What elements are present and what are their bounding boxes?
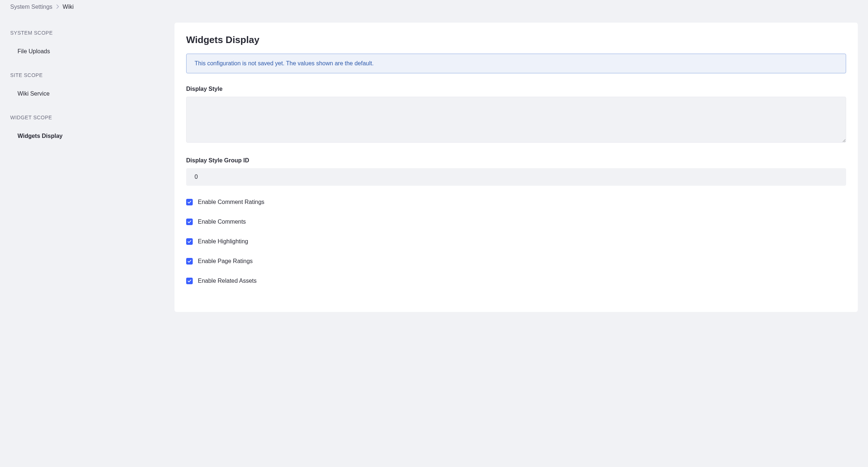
scope-heading: WIDGET SCOPE <box>10 115 164 120</box>
checkbox-row-enable-highlighting: Enable Highlighting <box>186 238 846 245</box>
breadcrumb-parent-link[interactable]: System Settings <box>10 4 53 10</box>
info-banner: This configuration is not saved yet. The… <box>186 54 846 73</box>
checkbox-label[interactable]: Enable Related Assets <box>198 278 257 284</box>
checkbox-enable-related-assets[interactable] <box>186 278 193 284</box>
checkbox-input[interactable] <box>186 199 193 205</box>
display-style-group-id-label: Display Style Group ID <box>186 157 846 164</box>
checkbox-enable-page-ratings[interactable] <box>186 258 193 265</box>
checkbox-row-enable-comments: Enable Comments <box>186 219 846 225</box>
checkbox-enable-comment-ratings[interactable] <box>186 199 193 205</box>
checkbox-label[interactable]: Enable Page Ratings <box>198 258 253 265</box>
checkbox-label[interactable]: Enable Comments <box>198 219 246 225</box>
sidebar-item-file-uploads[interactable]: File Uploads <box>10 44 164 59</box>
checkbox-enable-comments[interactable] <box>186 219 193 225</box>
checkbox-input[interactable] <box>186 258 193 265</box>
field-display-style-group-id: Display Style Group ID <box>186 157 846 186</box>
checkbox-row-enable-related-assets: Enable Related Assets <box>186 278 846 284</box>
scope-group-widget: WIDGET SCOPE Widgets Display <box>10 115 164 144</box>
checkbox-row-enable-page-ratings: Enable Page Ratings <box>186 258 846 265</box>
display-style-label: Display Style <box>186 86 846 92</box>
breadcrumb: System Settings Wiki <box>0 0 868 14</box>
breadcrumb-current: Wiki <box>63 4 74 10</box>
display-style-group-id-input[interactable] <box>186 168 846 186</box>
scope-heading: SITE SCOPE <box>10 72 164 78</box>
sidebar-item-widgets-display[interactable]: Widgets Display <box>10 128 164 144</box>
checkbox-input[interactable] <box>186 278 193 284</box>
checkbox-row-enable-comment-ratings: Enable Comment Ratings <box>186 199 846 205</box>
display-style-input[interactable] <box>186 97 846 143</box>
checkbox-input[interactable] <box>186 219 193 225</box>
chevron-right-icon <box>56 4 59 10</box>
scope-group-system: SYSTEM SCOPE File Uploads <box>10 30 164 59</box>
scope-group-site: SITE SCOPE Wiki Service <box>10 72 164 101</box>
page-title: Widgets Display <box>186 34 846 46</box>
scope-heading: SYSTEM SCOPE <box>10 30 164 36</box>
main-panel: Widgets Display This configuration is no… <box>174 23 858 312</box>
sidebar-item-wiki-service[interactable]: Wiki Service <box>10 86 164 101</box>
field-display-style: Display Style <box>186 86 846 144</box>
checkbox-enable-highlighting[interactable] <box>186 238 193 245</box>
checkbox-label[interactable]: Enable Highlighting <box>198 238 248 245</box>
sidebar: SYSTEM SCOPE File Uploads SITE SCOPE Wik… <box>0 14 174 312</box>
checkbox-input[interactable] <box>186 238 193 245</box>
checkbox-label[interactable]: Enable Comment Ratings <box>198 199 264 205</box>
